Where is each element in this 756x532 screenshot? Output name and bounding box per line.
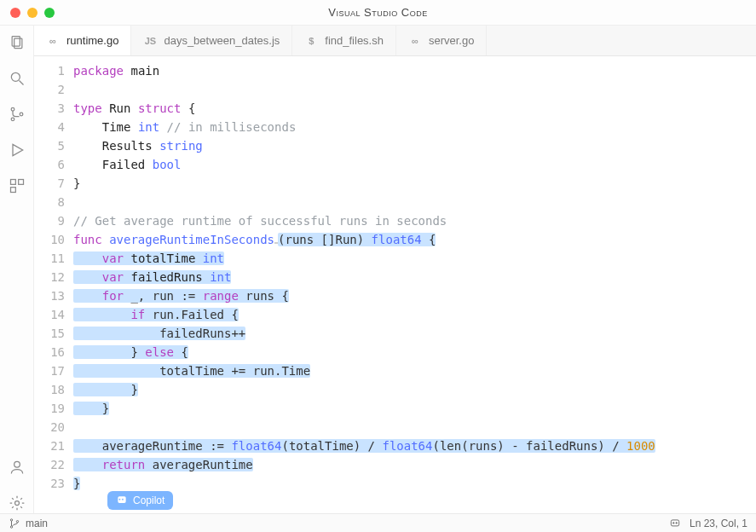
code-content[interactable]: averageRuntime := float64(totalTime) / f… (73, 437, 655, 455)
code-content[interactable]: failedRuns++ (73, 324, 245, 343)
sh-file-icon: $ (304, 34, 318, 48)
tab-days-between-dates-js[interactable]: JSdays_between_dates.js (131, 26, 292, 55)
code-content[interactable]: type Run struct { (73, 99, 195, 118)
copilot-suggestion-chip[interactable]: Copilot (107, 491, 173, 510)
code-line: 23} (34, 474, 756, 493)
code-line: 22 return averageRuntime (34, 455, 756, 474)
copilot-chip-label: Copilot (133, 494, 164, 506)
line-number: 11 (34, 249, 73, 268)
copilot-status-icon[interactable] (669, 518, 681, 529)
code-content[interactable]: Time int // in milliseconds (73, 118, 296, 136)
code-content[interactable]: Results string (73, 136, 203, 155)
status-bar: main Ln 23, Col, 1 (0, 513, 756, 532)
svg-point-5 (11, 118, 14, 121)
code-line: 3type Run struct { (34, 99, 756, 118)
accounts-icon[interactable] (7, 457, 27, 477)
code-line: 13 for _, run := range runs { (34, 286, 756, 305)
search-icon[interactable] (7, 68, 27, 89)
code-line: 14 if run.Failed { (34, 305, 756, 324)
code-content[interactable]: package main (73, 61, 159, 80)
app-title: Visual Studio Code (0, 6, 756, 19)
cursor-position[interactable]: Ln 23, Col, 1 (690, 518, 747, 529)
tab-label: days_between_dates.js (164, 34, 280, 47)
code-line: 17 totalTime += run.Time (34, 361, 756, 380)
svg-marker-7 (13, 144, 23, 155)
svg-rect-16 (671, 519, 678, 525)
code-content[interactable]: return averageRuntime (73, 455, 253, 474)
tab-runtime-go[interactable]: ∞runtime.go (34, 26, 131, 55)
code-line: 12 var failedRuns int (34, 268, 756, 286)
code-line: 6 Failed bool (34, 155, 756, 174)
tab-server-go[interactable]: ∞server.go (396, 26, 487, 55)
svg-point-12 (14, 501, 19, 506)
line-number: 3 (34, 99, 73, 118)
close-window-button[interactable] (10, 8, 20, 18)
code-content[interactable]: totalTime += run.Time (73, 361, 310, 380)
line-number: 1 (34, 61, 73, 80)
line-number: 6 (34, 155, 73, 174)
code-line: 10func averageRuntimeInSeconds(runs []Ru… (34, 230, 756, 249)
line-number: 4 (34, 118, 73, 136)
code-content[interactable]: func averageRuntimeInSeconds(runs []Run)… (73, 230, 436, 249)
code-line: 1package main (34, 61, 756, 80)
code-content[interactable]: } (73, 474, 80, 493)
svg-point-18 (676, 522, 677, 523)
settings-gear-icon[interactable] (7, 493, 27, 513)
extensions-icon[interactable] (7, 176, 27, 196)
tab-label: server.go (429, 34, 474, 47)
code-content[interactable]: var failedRuns int (73, 268, 231, 286)
code-content[interactable]: } (73, 174, 80, 193)
minimize-window-button[interactable] (27, 8, 38, 18)
code-line: 20 (34, 418, 756, 437)
go-file-icon: ∞ (46, 34, 60, 48)
svg-rect-0 (12, 37, 20, 47)
code-line: 7} (34, 174, 756, 193)
code-content[interactable]: } else { (73, 343, 188, 361)
tab-strip: ∞runtime.goJSdays_between_dates.js$find_… (34, 26, 756, 56)
tab-label: runtime.go (66, 34, 118, 47)
line-number: 21 (34, 437, 73, 455)
code-content[interactable]: } (73, 399, 109, 418)
line-number: 23 (34, 474, 73, 493)
code-content[interactable]: } (73, 380, 138, 399)
line-number: 9 (34, 211, 73, 230)
js-file-icon: JS (143, 34, 157, 48)
code-line: 9// Get average runtime of successful ru… (34, 211, 756, 230)
code-editor[interactable]: 1package main23type Run struct {4 Time i… (34, 56, 756, 513)
explorer-icon[interactable] (7, 32, 27, 53)
svg-point-15 (16, 520, 18, 522)
code-line: 4 Time int // in milliseconds (34, 118, 756, 136)
code-content[interactable]: for _, run := range runs { (73, 286, 289, 305)
code-content[interactable]: if run.Failed { (73, 305, 239, 324)
svg-point-14 (10, 525, 12, 527)
code-content[interactable]: // Get average runtime of successful run… (73, 211, 447, 230)
line-number: 22 (34, 455, 73, 474)
line-number: 7 (34, 174, 73, 193)
code-line: 5 Results string (34, 136, 756, 155)
activity-bar (0, 26, 34, 513)
source-control-icon[interactable] (7, 104, 27, 124)
code-line: 21 averageRuntime := float64(totalTime) … (34, 437, 756, 455)
line-number: 18 (34, 380, 73, 399)
code-content[interactable]: Failed bool (73, 155, 181, 174)
run-debug-icon[interactable] (7, 140, 27, 160)
line-number: 13 (34, 286, 73, 305)
line-number: 10 (34, 230, 73, 249)
line-number: 14 (34, 305, 73, 324)
svg-point-11 (14, 461, 20, 467)
svg-point-4 (11, 107, 14, 111)
svg-point-13 (10, 518, 12, 520)
code-line: 8 (34, 193, 756, 211)
branch-icon[interactable] (9, 518, 20, 529)
code-line: 16 } else { (34, 343, 756, 361)
line-number: 20 (34, 418, 73, 437)
code-line: 18 } (34, 380, 756, 399)
svg-point-2 (11, 72, 20, 81)
code-content[interactable]: var totalTime int (73, 249, 224, 268)
line-number: 15 (34, 324, 73, 343)
svg-point-6 (20, 113, 23, 116)
tab-find-files-sh[interactable]: $find_files.sh (292, 26, 396, 55)
titlebar: Visual Studio Code (0, 0, 756, 26)
branch-name[interactable]: main (26, 518, 48, 529)
maximize-window-button[interactable] (44, 8, 55, 18)
